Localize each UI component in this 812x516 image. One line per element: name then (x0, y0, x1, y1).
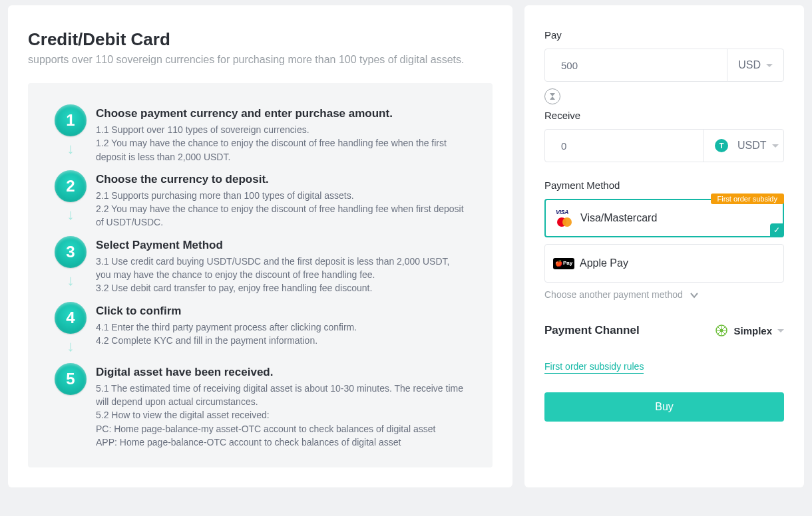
step-title: Choose the currency to deposit. (96, 173, 466, 186)
step-number-badge: 2 (55, 170, 87, 202)
arrow-down-icon: ↓ (67, 272, 75, 289)
chevron-down-icon (777, 329, 784, 332)
instructions-card: Credit/Debit Card supports over 110 sove… (8, 5, 512, 487)
step-text: 3.1 Use credit card buying USDT/USDC and… (96, 255, 466, 295)
step-title: Choose payment currency and enter purcha… (96, 107, 466, 120)
step-2: 2↓Choose the currency to deposit.2.1 Sup… (55, 170, 466, 229)
payment-channel-select[interactable]: Simplex (715, 324, 784, 337)
buy-form-card: Pay USD Receive T USDT Payment Method (524, 5, 804, 487)
receive-currency-value: USDT (737, 140, 767, 152)
payment-method-visa-mastercard[interactable]: First order subsidy VISA Visa/Mastercard… (544, 199, 784, 237)
simplex-icon (715, 324, 728, 337)
first-order-subsidy-badge: First order subsidy (711, 194, 784, 204)
payment-method-apple-pay[interactable]: 🍎Pay Apple Pay (544, 244, 784, 283)
step-number-badge: 5 (55, 363, 87, 395)
steps-panel: 1↓Choose payment currency and enter purc… (28, 83, 493, 467)
first-order-subsidy-rules-link[interactable]: First order subsidy rules (544, 361, 644, 374)
step-text: 5.1 The estimated time of receiving digi… (96, 382, 466, 449)
page-title: Credit/Debit Card (28, 29, 493, 50)
step-3: 3↓Select Payment Method3.1 Use credit ca… (55, 236, 466, 295)
pay-currency-value: USD (738, 59, 761, 71)
step-title: Select Payment Method (96, 239, 466, 252)
chevron-down-icon (772, 144, 779, 148)
step-4: 4↓Click to confirm4.1 Enter the third pa… (55, 302, 466, 356)
arrow-down-icon: ↓ (67, 140, 75, 158)
payment-method-label: Payment Method (544, 180, 784, 191)
check-icon: ✓ (770, 223, 783, 237)
pay-label: Pay (544, 29, 784, 41)
arrow-down-icon: ↓ (67, 338, 75, 355)
step-number-badge: 1 (55, 104, 87, 136)
step-title: Digital asset have been received. (96, 366, 466, 379)
svg-point-1 (720, 329, 723, 332)
step-number-badge: 3 (55, 236, 87, 268)
receive-input-row: T USDT (544, 129, 784, 162)
visa-mastercard-icon: VISA (555, 209, 574, 227)
payment-method-label-text: Apple Pay (580, 257, 628, 269)
payment-method-label-text: Visa/Mastercard (580, 212, 657, 224)
buy-button[interactable]: Buy (544, 392, 784, 422)
step-text: 1.1 Support over 110 types of sovereign … (96, 123, 466, 164)
receive-currency-select[interactable]: T USDT (704, 130, 789, 162)
step-1: 1↓Choose payment currency and enter purc… (55, 104, 466, 164)
step-text: 2.1 Supports purchasing more than 100 ty… (96, 189, 466, 229)
pay-amount-input[interactable] (545, 49, 727, 81)
apple-pay-icon: 🍎Pay (554, 254, 573, 273)
receive-amount-input[interactable] (545, 130, 704, 162)
choose-another-payment-method[interactable]: Choose another payment method (544, 289, 784, 300)
step-5: 5Digital asset have been received.5.1 Th… (55, 363, 466, 449)
payment-channel-label: Payment Channel (544, 324, 640, 337)
page-subtitle: supports over 110 sovereign currencies f… (28, 54, 493, 66)
pay-currency-select[interactable]: USD (727, 49, 783, 81)
usdt-icon: T (715, 139, 728, 152)
arrow-down-icon: ↓ (67, 206, 75, 223)
swap-icon[interactable] (544, 88, 560, 104)
chevron-down-icon (766, 64, 773, 67)
pay-input-row: USD (544, 49, 784, 82)
step-number-badge: 4 (55, 302, 87, 334)
step-title: Click to confirm (96, 305, 466, 318)
receive-label: Receive (544, 110, 784, 121)
chevron-down-icon (690, 291, 698, 299)
step-text: 4.1 Enter the third party payment proces… (96, 321, 466, 348)
